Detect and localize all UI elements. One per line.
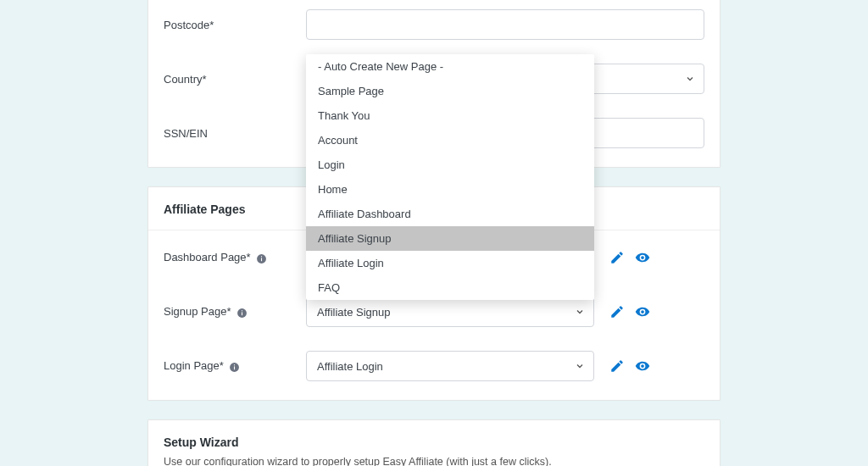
label-signup-page: Signup Page* — [164, 305, 306, 318]
label-dashboard-page: Dashboard Page* — [164, 251, 306, 264]
section-title-setup-wizard: Setup Wizard — [148, 420, 720, 456]
setup-wizard-card: Setup Wizard Use our configuration wizar… — [147, 419, 721, 466]
eye-icon[interactable] — [635, 304, 650, 319]
svg-rect-7 — [234, 366, 235, 369]
row-dashboard-page: Dashboard Page* - Auto Create New Page -… — [148, 230, 720, 285]
affiliate-pages-card: Affiliate Pages Dashboard Page* - Auto C… — [147, 186, 721, 401]
eye-icon[interactable] — [635, 250, 650, 265]
wizard-description: Use our configuration wizard to properly… — [148, 456, 720, 466]
select-login-page[interactable]: Affiliate Login — [306, 351, 594, 381]
dropdown-option[interactable]: Account — [306, 128, 594, 153]
row-login-page: Login Page* Affiliate Login — [148, 339, 720, 400]
input-postcode[interactable] — [306, 9, 704, 40]
dropdown-option[interactable]: Affiliate Dashboard — [306, 202, 594, 226]
info-icon[interactable] — [229, 362, 240, 373]
dropdown-option[interactable]: - Auto Create New Page - — [306, 54, 594, 79]
edit-icon[interactable] — [609, 358, 625, 374]
label-signup-text: Signup Page* — [164, 305, 231, 318]
dropdown-option[interactable]: Home — [306, 177, 594, 202]
svg-rect-2 — [261, 256, 262, 257]
chevron-down-icon — [575, 307, 585, 317]
dropdown-option[interactable]: FAQ — [306, 275, 594, 300]
label-login-page: Login Page* — [164, 359, 306, 372]
row-postcode: Postcode* — [148, 0, 720, 52]
label-country: Country* — [164, 73, 306, 86]
dropdown-option[interactable]: Sample Page — [306, 79, 594, 103]
page-dropdown-menu: - Auto Create New Page -Sample PageThank… — [306, 54, 594, 300]
chevron-down-icon — [575, 361, 585, 371]
info-icon[interactable] — [256, 253, 267, 264]
dropdown-option[interactable]: Affiliate Login — [306, 251, 594, 275]
eye-icon[interactable] — [635, 358, 650, 374]
label-login-text: Login Page* — [164, 359, 224, 372]
svg-rect-1 — [261, 258, 262, 261]
label-postcode: Postcode* — [164, 19, 306, 31]
svg-rect-4 — [242, 312, 242, 315]
svg-rect-5 — [242, 310, 242, 311]
svg-rect-8 — [234, 364, 235, 365]
select-signup-page[interactable]: Affiliate Signup — [306, 297, 594, 327]
label-ssn: SSN/EIN — [164, 127, 306, 140]
select-signup-value: Affiliate Signup — [317, 306, 391, 319]
label-dashboard-text: Dashboard Page* — [164, 251, 251, 264]
info-icon[interactable] — [236, 308, 248, 319]
dropdown-option[interactable]: Thank You — [306, 103, 594, 128]
dropdown-option[interactable]: Affiliate Signup — [306, 226, 594, 251]
edit-icon[interactable] — [609, 304, 625, 319]
chevron-down-icon — [685, 74, 695, 84]
dropdown-option[interactable]: Login — [306, 153, 594, 177]
edit-icon[interactable] — [609, 250, 625, 265]
select-login-value: Affiliate Login — [317, 360, 383, 373]
